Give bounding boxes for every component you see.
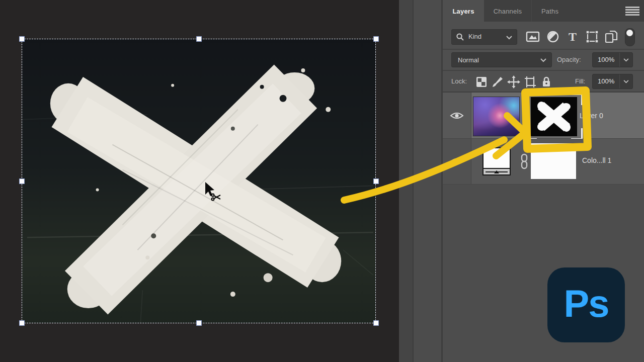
lock-move-icon[interactable]	[507, 75, 520, 88]
chevron-down-icon	[623, 58, 629, 62]
layers-list: Layer 0	[443, 93, 644, 185]
pixel-layer-filter-icon[interactable]	[525, 29, 540, 44]
layer-mask-thumbnail[interactable]	[531, 97, 577, 136]
eye-icon[interactable]	[450, 156, 464, 166]
type-layer-filter-icon[interactable]: T	[565, 29, 580, 44]
smart-object-filter-icon[interactable]	[604, 29, 619, 44]
fill-slider-bar	[484, 168, 510, 174]
search-icon	[456, 33, 465, 42]
opacity-input[interactable]: 100%	[592, 52, 633, 67]
transform-handle-bottom-mid[interactable]	[196, 320, 202, 326]
lock-all-icon[interactable]	[540, 75, 553, 88]
svg-text:T: T	[569, 30, 577, 43]
transform-handle-top-right[interactable]	[373, 36, 379, 42]
fill-label: Fill:	[575, 77, 585, 85]
opacity-label: Opacity:	[557, 56, 581, 63]
blend-mode-dropdown[interactable]: Normal	[451, 52, 552, 67]
lock-transparency-icon[interactable]	[475, 75, 488, 88]
canvas-area[interactable]	[0, 0, 399, 362]
layer-row-layer0[interactable]: Layer 0	[443, 93, 644, 139]
panel-gutter	[399, 0, 414, 362]
layer-thumbnail[interactable]	[473, 97, 520, 136]
transform-handle-top-left[interactable]	[19, 36, 25, 42]
layer-name[interactable]: Colo...ll 1	[582, 156, 611, 164]
tab-paths[interactable]: Paths	[532, 0, 568, 22]
document-image[interactable]	[22, 39, 375, 323]
transform-handle-mid-left[interactable]	[19, 178, 25, 184]
layer-filter-bar: Kind T	[443, 22, 644, 50]
adjustment-layer-filter-icon[interactable]	[545, 29, 560, 44]
transform-handle-top-mid[interactable]	[196, 36, 202, 42]
layer-mask-thumbnail[interactable]	[531, 143, 576, 179]
opacity-chevron[interactable]	[619, 53, 632, 67]
tab-layers[interactable]: Layers	[443, 0, 484, 22]
photoshop-window: Layers Channels Paths Kind	[0, 0, 644, 362]
fill-chevron[interactable]	[619, 74, 632, 88]
visibility-cell	[443, 139, 471, 184]
panel-dock-strip	[414, 0, 443, 362]
photoshop-logo-text: Ps	[564, 282, 609, 325]
kind-filter-dropdown[interactable]: Kind	[451, 29, 517, 45]
eye-icon[interactable]	[450, 111, 464, 121]
transform-handle-bottom-right[interactable]	[373, 320, 379, 326]
photoshop-logo: Ps	[547, 267, 625, 342]
visibility-cell	[443, 93, 471, 138]
chevron-down-icon	[506, 36, 512, 40]
fill-input[interactable]: 100%	[592, 74, 633, 89]
hamburger-menu-icon[interactable]	[625, 7, 639, 15]
layer-mask-frame	[525, 94, 583, 140]
tab-channels[interactable]: Channels	[484, 0, 532, 22]
chevron-down-icon	[623, 80, 629, 83]
link-mask-icon[interactable]	[520, 153, 529, 169]
transform-handle-bottom-left[interactable]	[19, 320, 25, 326]
mask-x-graphic	[531, 97, 577, 136]
lock-paint-icon[interactable]	[491, 75, 504, 88]
panel-tab-bar: Layers Channels Paths	[443, 0, 644, 22]
move-cut-cursor	[202, 179, 225, 205]
lock-label: Lock:	[451, 77, 467, 85]
lock-artboard-icon[interactable]	[524, 75, 537, 88]
shape-layer-filter-icon[interactable]	[585, 29, 600, 44]
transform-handle-mid-right[interactable]	[373, 178, 379, 184]
selection-marching-ants	[22, 39, 376, 323]
filter-toggle-switch[interactable]	[625, 28, 635, 46]
kind-filter-value: Kind	[468, 33, 481, 40]
blend-options-bar: Normal Opacity: 100%	[443, 50, 644, 71]
layer-row-colorfill[interactable]: Colo...ll 1	[443, 139, 644, 185]
blend-mode-value: Normal	[458, 56, 479, 64]
fill-value[interactable]: 100%	[593, 74, 619, 88]
chevron-down-icon	[540, 58, 546, 62]
layer-name[interactable]: Layer 0	[580, 112, 603, 120]
opacity-value[interactable]: 100%	[593, 53, 619, 67]
lock-options-bar: Lock:	[443, 71, 644, 93]
fill-layer-thumbnail[interactable]	[482, 147, 511, 175]
